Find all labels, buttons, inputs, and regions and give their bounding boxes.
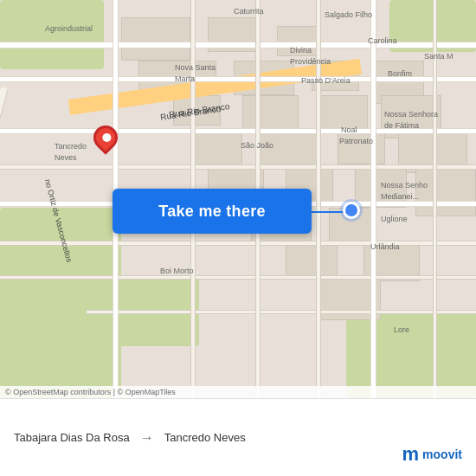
destination-pin (93, 125, 118, 157)
area-nossa-fatima: Nossa Senhorade Fátima (384, 109, 438, 132)
area-urlandia: Urlândia (370, 242, 400, 251)
area-tancredo: TancredoNeves (55, 141, 87, 164)
area-santa: Santa M (424, 52, 453, 61)
connector-line (310, 211, 344, 213)
area-boi-morto: Boi Morto (160, 267, 194, 275)
area-carolina: Carolina (368, 36, 397, 45)
route-to: Tancredo Neves (164, 431, 246, 444)
route-from: Tabajara Dias Da Rosa (14, 431, 130, 444)
route-arrow: → (140, 430, 154, 446)
take-me-there-button[interactable]: Take me there (113, 189, 312, 234)
area-patronato: Patronato (339, 137, 373, 145)
pin-circle (88, 120, 123, 155)
pin-inner (100, 132, 113, 144)
area-sao-joao: São João (241, 141, 273, 150)
area-passo: Passo D'Areia (301, 76, 351, 85)
area-bonfim: Bonfim (388, 69, 412, 78)
moovit-logo: m moovit (402, 443, 462, 466)
area-nova-santa: Nova SantaMarta (175, 62, 215, 85)
area-caturrita: Caturrita (234, 7, 264, 16)
area-noal: Noal (341, 125, 357, 134)
take-me-there-label: Take me there (158, 203, 266, 221)
area-divina: DivinaProvidência (290, 45, 331, 68)
map-container: Rua Rio Branco Caturrita Salgado Filho A… (0, 0, 476, 398)
area-nossa-medianeira: Nossa SenhoMedianei... (381, 180, 428, 203)
current-location-dot (343, 202, 360, 219)
area-uglione: Uglione (381, 215, 408, 223)
logo-m-icon: m (402, 443, 420, 466)
logo-text: moovit (422, 447, 462, 461)
area-salgado: Salgado Filho (325, 10, 372, 19)
area-agroindustrial: Agroindustrial (45, 24, 93, 33)
bottom-bar: Tabajara Dias Da Rosa → Tancredo Neves m… (0, 398, 476, 476)
area-lore: Lore (394, 325, 409, 334)
map-attribution: © OpenStreetMap contributors | © OpenMap… (0, 386, 476, 398)
route-info: Tabajara Dias Da Rosa → Tancredo Neves (14, 430, 462, 446)
